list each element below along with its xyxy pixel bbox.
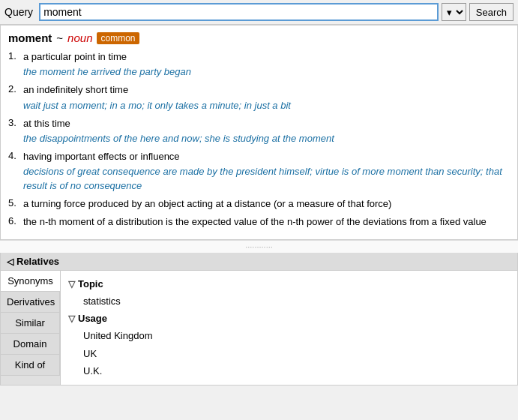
word-pos: noun: [67, 32, 92, 44]
rel-section-header: ▽Topic: [68, 278, 510, 290]
tab-similar[interactable]: Similar: [1, 313, 60, 334]
def-example: the moment he arrived the party began: [23, 65, 510, 79]
def-number: 1.: [8, 50, 16, 62]
def-text: at this time: [23, 118, 70, 129]
word-tilde: ~: [56, 32, 63, 44]
tab-domain[interactable]: Domain: [1, 334, 60, 355]
def-number: 4.: [8, 150, 16, 161]
query-dropdown[interactable]: ▾: [442, 3, 466, 21]
definition-item: 5.a turning force produced by an object …: [8, 197, 510, 211]
def-text: a turning force produced by an object ac…: [23, 198, 391, 209]
rel-section-header: ▽Usage: [68, 313, 510, 324]
rel-item: U.K.: [68, 362, 510, 380]
relatives-content: ▽Topicstatistics▽UsageUnited KingdomUKU.…: [61, 271, 517, 385]
relatives-section: ◁ Relatives SynonymsDerivativesSimilarDo…: [0, 253, 518, 386]
def-example: decisions of great consequence are made …: [23, 165, 510, 192]
rel-section-arrow-icon: ▽: [68, 279, 75, 290]
definition-item: 3.at this timethe disappointments of the…: [8, 117, 510, 146]
word-title: moment: [8, 32, 52, 44]
relatives-body: SynonymsDerivativesSimilarDomainKind of …: [1, 271, 517, 385]
definitions-list: 1.a particular point in timethe moment h…: [8, 50, 510, 229]
tab-kind_of[interactable]: Kind of: [1, 355, 60, 376]
definition-item: 2.an indefinitely short timewait just a …: [8, 83, 510, 112]
query-label: Query: [4, 6, 33, 18]
def-text: a particular point in time: [23, 51, 127, 62]
query-input[interactable]: [39, 3, 439, 21]
definition-item: 4.having important effects or influenced…: [8, 150, 510, 193]
rel-item: United Kingdom: [68, 327, 510, 344]
def-number: 2.: [8, 83, 16, 94]
rel-section-arrow-icon: ▽: [68, 314, 75, 324]
rel-section-label: Topic: [78, 278, 103, 290]
word-header: moment ~ noun common: [8, 32, 510, 44]
relatives-header: ◁ Relatives: [1, 253, 517, 271]
relatives-header-label: Relatives: [16, 256, 59, 267]
definition-item: 6.the n-th moment of a distribution is t…: [8, 215, 510, 229]
def-number: 6.: [8, 215, 16, 226]
definition-item: 1.a particular point in timethe moment h…: [8, 50, 510, 79]
tab-synonyms[interactable]: Synonyms: [1, 271, 60, 292]
rel-item: statistics: [68, 292, 510, 310]
query-bar: Query ▾ Search: [0, 0, 518, 25]
definition-area: moment ~ noun common 1.a particular poin…: [0, 25, 518, 240]
def-text: having important effects or influence: [23, 151, 180, 162]
def-text: an indefinitely short time: [23, 84, 128, 95]
def-example: the disappointments of the here and now;…: [23, 132, 510, 146]
scroll-hint: ············: [0, 240, 518, 253]
search-button[interactable]: Search: [469, 3, 514, 21]
tab-bar: SynonymsDerivativesSimilarDomainKind of: [1, 271, 61, 385]
def-example: wait just a moment; in a mo; it only tak…: [23, 99, 510, 112]
relatives-header-arrow: ◁: [7, 256, 13, 267]
tab-derivatives[interactable]: Derivatives: [1, 292, 60, 313]
def-number: 3.: [8, 117, 16, 128]
def-text: the n-th moment of a distribution is the…: [23, 216, 487, 227]
def-number: 5.: [8, 197, 16, 208]
rel-section-label: Usage: [78, 313, 107, 324]
word-tag: common: [97, 32, 139, 44]
rel-item: UK: [68, 345, 510, 362]
